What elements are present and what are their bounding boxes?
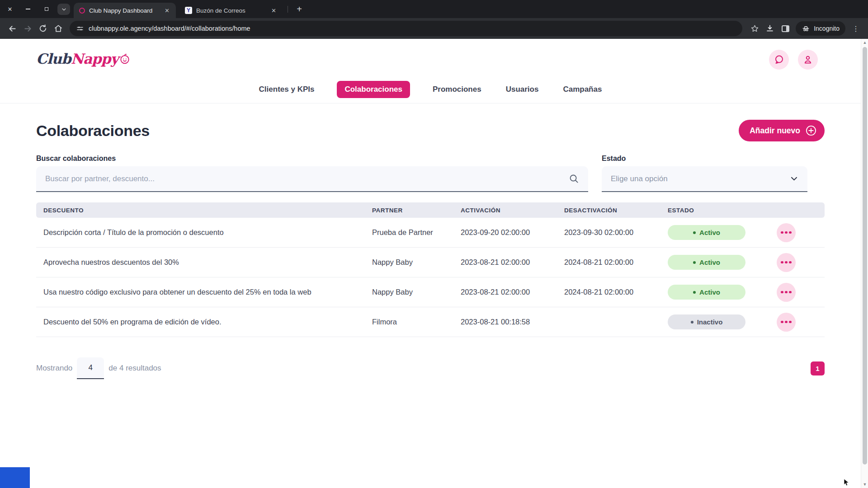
scroll-down-icon[interactable]: ▼ bbox=[861, 482, 868, 487]
cell-partner: Filmora bbox=[372, 318, 461, 326]
tab-buzon-de-correos[interactable]: Y Buzón de Correos ✕ bbox=[179, 3, 283, 18]
tab-club-nappy-dashboard[interactable]: Club Nappy Dashboard ✕ bbox=[74, 3, 176, 18]
new-tab-button[interactable]: + bbox=[293, 3, 306, 15]
window-minimize-button[interactable] bbox=[22, 4, 34, 14]
search-icon[interactable] bbox=[569, 174, 579, 184]
cell-descuento: Aprovecha nuestros descuentos del 30% bbox=[36, 258, 372, 267]
pagination: Mostrando de 4 resultados 1 bbox=[36, 357, 825, 379]
table-row: Descuento del 50% en programa de edición… bbox=[36, 307, 825, 337]
download-icon bbox=[765, 24, 774, 33]
forward-arrow-icon bbox=[23, 24, 33, 33]
reload-button[interactable] bbox=[35, 21, 51, 36]
page-1-button[interactable]: 1 bbox=[811, 361, 825, 375]
app-header: ClubNappy Clientes y KPIs Colaboraciones… bbox=[0, 39, 861, 103]
status-label: Inactivo bbox=[697, 318, 723, 326]
user-icon bbox=[802, 54, 813, 65]
desktop-corner-artifact bbox=[0, 467, 30, 488]
forward-button[interactable] bbox=[20, 21, 35, 36]
row-actions-button[interactable] bbox=[777, 253, 796, 272]
window-close-button[interactable]: ✕ bbox=[4, 4, 16, 14]
status-badge: Activo bbox=[668, 225, 745, 240]
add-new-button[interactable]: Añadir nuevo bbox=[739, 120, 825, 141]
window-maximize-button[interactable] bbox=[41, 4, 52, 14]
home-button[interactable] bbox=[51, 21, 66, 36]
incognito-icon bbox=[802, 24, 810, 33]
nav-item-usuarios[interactable]: Usuarios bbox=[504, 81, 541, 98]
cell-activacion: 2023-08-21 02:00:00 bbox=[461, 258, 564, 267]
mail-favicon-icon: Y bbox=[185, 7, 192, 14]
status-label: Activo bbox=[699, 258, 720, 266]
cell-partner: Prueba de Partner bbox=[372, 228, 461, 237]
bookmark-button[interactable] bbox=[747, 21, 762, 36]
per-page-input[interactable] bbox=[77, 357, 104, 379]
side-panel-icon bbox=[782, 25, 789, 32]
back-arrow-icon bbox=[8, 24, 17, 33]
page-content: ClubNappy Clientes y KPIs Colaboraciones… bbox=[0, 39, 861, 488]
downloads-button[interactable] bbox=[762, 21, 778, 36]
estado-label: Estado bbox=[602, 155, 807, 163]
chat-button[interactable] bbox=[769, 50, 789, 70]
plus-circle-icon bbox=[805, 125, 817, 136]
back-button[interactable] bbox=[5, 21, 20, 36]
main-nav: Clientes y KPIs Colaboraciones Promocion… bbox=[0, 81, 861, 98]
tab-title: Club Nappy Dashboard bbox=[89, 7, 158, 14]
cell-descuento: Descripción corta / Título de la promoci… bbox=[36, 228, 372, 237]
cell-partner: Nappy Baby bbox=[372, 288, 461, 296]
tab-close-icon[interactable]: ✕ bbox=[269, 6, 278, 15]
address-bar[interactable]: clubnappy.ole.agency/dashboard/#/collabo… bbox=[70, 21, 742, 36]
browser-menu-button[interactable]: ⋮ bbox=[848, 21, 863, 36]
nav-item-clientes-y-kpis[interactable]: Clientes y KPIs bbox=[257, 81, 316, 98]
collaborations-table: DESCUENTO PARTNER ACTIVACIÓN DESACTIVACI… bbox=[36, 202, 825, 337]
cell-activacion: 2023-08-21 00:18:58 bbox=[461, 318, 564, 326]
kebab-menu-icon: ⋮ bbox=[852, 24, 859, 33]
scroll-up-icon[interactable]: ▲ bbox=[861, 40, 868, 45]
cell-descuento: Descuento del 50% en programa de edición… bbox=[36, 318, 372, 326]
mouse-cursor bbox=[843, 479, 850, 486]
column-header-estado: ESTADO bbox=[668, 207, 763, 214]
star-icon bbox=[750, 24, 759, 33]
cell-activacion: 2023-08-21 02:00:00 bbox=[461, 288, 564, 296]
chevron-down-icon bbox=[61, 6, 67, 12]
scrollbar-thumb[interactable] bbox=[863, 47, 867, 465]
clubnappy-logo[interactable]: ClubNappy bbox=[36, 51, 131, 67]
minimize-icon bbox=[26, 9, 30, 9]
column-header-partner: PARTNER bbox=[372, 207, 461, 214]
profile-button[interactable] bbox=[798, 50, 818, 70]
search-input[interactable] bbox=[45, 174, 569, 183]
status-badge: Activo bbox=[668, 285, 745, 300]
nav-item-colaboraciones[interactable]: Colaboraciones bbox=[337, 81, 410, 98]
site-settings-icon bbox=[76, 24, 84, 33]
row-actions-button[interactable] bbox=[777, 283, 796, 302]
tab-close-icon[interactable]: ✕ bbox=[163, 6, 171, 15]
column-header-descuento: DESCUENTO bbox=[36, 207, 372, 214]
close-icon: ✕ bbox=[8, 6, 13, 13]
nav-item-campanas[interactable]: Campañas bbox=[561, 81, 604, 98]
nav-item-promociones[interactable]: Promociones bbox=[431, 81, 483, 98]
status-dot-icon bbox=[693, 261, 696, 264]
url-text: clubnappy.ole.agency/dashboard/#/collabo… bbox=[89, 25, 250, 32]
maximize-icon bbox=[45, 7, 48, 11]
status-label: Activo bbox=[699, 288, 720, 296]
table-row: Usa nuestro código exclusivo para obtene… bbox=[36, 277, 825, 307]
cell-activacion: 2023-09-20 02:00:00 bbox=[461, 228, 564, 237]
ellipsis-icon bbox=[781, 231, 783, 234]
table-row: Aprovecha nuestros descuentos del 30% Na… bbox=[36, 248, 825, 277]
row-actions-button[interactable] bbox=[777, 313, 796, 332]
incognito-badge: Incognito bbox=[796, 21, 845, 36]
row-actions-button[interactable] bbox=[777, 223, 796, 242]
incognito-label: Incognito bbox=[814, 25, 840, 32]
status-dot-icon bbox=[693, 231, 696, 234]
page-scrollbar[interactable]: ▲ ▼ bbox=[861, 39, 868, 488]
estado-selected-value: Elige una opción bbox=[611, 174, 790, 183]
ellipsis-icon bbox=[781, 321, 783, 324]
chat-bubble-icon bbox=[774, 54, 784, 65]
tab-search-button[interactable] bbox=[57, 4, 70, 15]
status-label: Activo bbox=[699, 229, 720, 236]
estado-select[interactable]: Elige una opción bbox=[602, 166, 807, 192]
pagination-suffix: de 4 resultados bbox=[108, 364, 161, 373]
table-row: Descripción corta / Título de la promoci… bbox=[36, 218, 825, 248]
browser-toolbar: clubnappy.ole.agency/dashboard/#/collabo… bbox=[0, 18, 868, 39]
search-label: Buscar colaboraciones bbox=[36, 155, 588, 163]
side-panel-button[interactable] bbox=[778, 21, 793, 36]
home-icon bbox=[54, 24, 63, 33]
